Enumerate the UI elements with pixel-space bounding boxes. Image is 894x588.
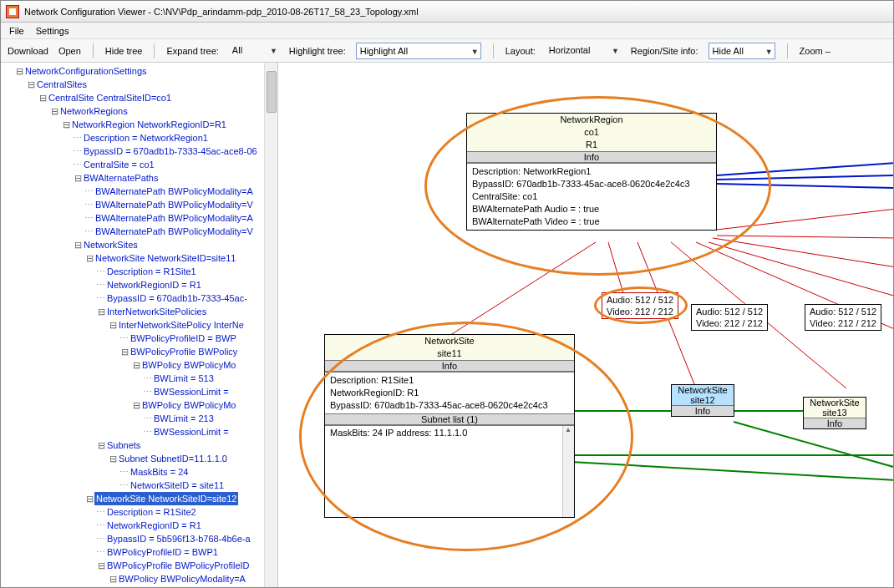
- box-title: NetworkSite: [672, 385, 734, 395]
- tree-node[interactable]: ⋯BWAlternatePath BWPolicyModality=A: [4, 185, 277, 198]
- tree-node-selected[interactable]: ⊟NetworkSite NetworkSiteID=site12: [4, 492, 277, 505]
- tree-node[interactable]: ⊟BWPolicyProfile BWPolicyProfileID: [4, 559, 277, 572]
- svg-line-16: [571, 462, 893, 480]
- tree-node[interactable]: ⋯MaskBits = 24: [4, 465, 277, 479]
- tree-node[interactable]: ⋯NetworkRegionID = R1: [4, 278, 277, 291]
- box-title: site11: [325, 347, 574, 360]
- tree-node[interactable]: ⊟NetworkSite NetworkSiteID=site11: [4, 251, 277, 265]
- separator: [154, 43, 155, 58]
- window-title: Network Configuration Viewer - C:\NV\Pdp…: [24, 7, 419, 17]
- svg-line-0: [717, 163, 893, 175]
- box-body: Description: NetworkRegion1 BypassID: 67…: [467, 163, 716, 230]
- link-label: Audio: 512 / 512 Video: 212 / 212: [805, 304, 881, 331]
- menu-file[interactable]: File: [9, 26, 24, 36]
- highlighttree-combo[interactable]: Highlight All: [356, 43, 481, 59]
- tree-node[interactable]: ⋯BWAlternatePath BWPolicyModality=V: [4, 225, 277, 238]
- box-body: Description: R1Site1 NetworkRegionID: R1…: [325, 372, 574, 413]
- svg-line-11: [717, 209, 893, 230]
- highlighttree-label: Highlight tree:: [289, 46, 346, 56]
- tree-node[interactable]: ⊟BWPolicy BWPolicyMo: [4, 398, 277, 412]
- tree-node[interactable]: ⋯Description = R1Site1: [4, 265, 277, 278]
- box-title: site13: [804, 408, 866, 418]
- tree-node[interactable]: ⊟BWPolicy BWPolicyMo: [4, 358, 277, 372]
- tree-scrollbar[interactable]: [264, 63, 277, 587]
- separator: [787, 43, 788, 58]
- tree-node[interactable]: ⊟InterNetworkSitePolicy InterNe: [4, 318, 277, 332]
- open-button[interactable]: Open: [58, 46, 81, 56]
- networksite13-box[interactable]: NetworkSite site13 Info: [803, 397, 866, 429]
- diagram-canvas[interactable]: NetworkRegion co1 R1 Info Description: N…: [278, 63, 893, 587]
- svg-line-3: [445, 242, 596, 338]
- tree-node[interactable]: ⋯Description = NetworkRegion1: [4, 131, 277, 144]
- tree-node[interactable]: ⋯BypassID = 5b596f13-b768-4b6e-a: [4, 532, 277, 545]
- layout-label: Layout:: [505, 46, 536, 56]
- link-label: Audio: 512 / 512 Video: 212 / 212: [691, 304, 768, 331]
- separator: [93, 43, 94, 58]
- box-title: NetworkSite: [325, 335, 574, 347]
- tree-node[interactable]: ⊟NetworkConfigurationSettings: [4, 64, 277, 78]
- subnet-entry: MaskBits: 24 IP address: 11.1.1.0: [330, 428, 569, 438]
- tree-node[interactable]: ⊟InterNetworkSitePolicies: [4, 305, 277, 318]
- tree-node[interactable]: ⋯NetworkSiteID = site11: [4, 479, 277, 492]
- regioninfo-combo[interactable]: Hide All: [709, 43, 775, 59]
- tree-node[interactable]: ⋯BWPolicyProfileID = BWP: [4, 332, 277, 345]
- tree-node[interactable]: ⊟BWAlternatePaths: [4, 171, 277, 185]
- tree-node[interactable]: ⊟CentralSite CentralSiteID=co1: [4, 91, 277, 104]
- zoom-label[interactable]: Zoom –: [800, 46, 831, 56]
- tree-node[interactable]: ⋯BypassID = 670adb1b-7333-45ac-ace8-06: [4, 144, 277, 158]
- link-video: Video: 212 / 212: [696, 317, 763, 329]
- networkregion-box[interactable]: NetworkRegion co1 R1 Info Description: N…: [466, 113, 717, 231]
- info-button[interactable]: Info: [325, 360, 574, 372]
- tree-node[interactable]: ⊟NetworkRegions: [4, 104, 277, 118]
- tree-node[interactable]: ⋯BypassID = 670adb1b-7333-45ac-: [4, 291, 277, 305]
- menu-settings[interactable]: Settings: [36, 26, 69, 36]
- download-button[interactable]: Download: [8, 46, 48, 56]
- expandtree-combo[interactable]: All: [229, 43, 279, 59]
- networksite12-box[interactable]: NetworkSite site12 Info: [671, 384, 734, 417]
- tree-node[interactable]: ⊟CentralSites: [4, 78, 277, 91]
- info-button[interactable]: Info: [467, 151, 716, 163]
- link-audio: Audio: 512 / 512: [607, 294, 673, 306]
- box-title: site12: [672, 395, 734, 405]
- tree-node[interactable]: ⋯CentralSite = co1: [4, 158, 277, 171]
- tree-node[interactable]: ⋯BWLimit = 213: [4, 412, 277, 425]
- tree-node[interactable]: ⋯BWLimit = 513: [4, 372, 277, 385]
- tree-node[interactable]: ⋯BWAlternatePath BWPolicyModality=A: [4, 211, 277, 225]
- svg-line-1: [717, 175, 893, 180]
- networksite11-box[interactable]: NetworkSite site11 Info Description: R1S…: [324, 334, 575, 518]
- regioninfo-label: Region/Site info:: [631, 46, 698, 56]
- info-line: BWAlternatePath Audio = : true: [472, 203, 711, 215]
- tree-node[interactable]: ⊟Subnet SubnetID=11.1.1.0: [4, 452, 277, 465]
- info-line: Description: R1Site1: [330, 374, 569, 387]
- tree-node[interactable]: ⋯NetworkRegionID = R1: [4, 519, 277, 532]
- subnet-header: Subnet list (1): [325, 413, 574, 425]
- tree-node[interactable]: ⊟Subnets: [4, 438, 277, 452]
- link-audio: Audio: 512 / 512: [696, 306, 763, 317]
- hidetree-button[interactable]: Hide tree: [105, 46, 143, 56]
- box-title: R1: [467, 139, 716, 151]
- tree-node[interactable]: ⊟BWPolicy BWPolicyModality=A: [4, 572, 277, 585]
- tree-node[interactable]: ⊟BWPolicyProfile BWPolicy: [4, 345, 277, 358]
- info-button[interactable]: Info: [672, 405, 734, 416]
- info-button[interactable]: Info: [804, 418, 866, 428]
- info-line: Description: NetworkRegion1: [472, 165, 711, 178]
- tree-node[interactable]: ⋯BWSessionLimit =: [4, 425, 277, 438]
- svg-line-10: [717, 236, 893, 238]
- tree-panel: ⊟NetworkConfigurationSettings ⊟CentralSi…: [1, 63, 278, 587]
- list-scrollbar[interactable]: [562, 426, 574, 517]
- info-line: BWAlternatePath Video = : true: [472, 215, 711, 228]
- tree-node[interactable]: ⊟NetworkSites: [4, 238, 277, 251]
- info-line: CentralSite: co1: [472, 190, 711, 203]
- tree-node[interactable]: ⋯BWPolicyProfileID = BWP1: [4, 545, 277, 559]
- layout-combo[interactable]: Horizontal: [546, 43, 621, 59]
- info-line: BypassID: 670adb1b-7333-45ac-ace8-0620c4…: [472, 178, 711, 190]
- tree-node[interactable]: ⋯Description = R1Site2: [4, 505, 277, 519]
- tree-node[interactable]: ⊟NetworkRegion NetworkRegionID=R1: [4, 118, 277, 131]
- tree-node[interactable]: ⋯BWAlternatePath BWPolicyModality=V: [4, 198, 277, 211]
- separator: [493, 43, 494, 58]
- tree-node[interactable]: ⋯BWLimit = 512: [4, 585, 277, 587]
- subnet-list: MaskBits: 24 IP address: 11.1.1.0: [325, 425, 574, 517]
- expandtree-label: Expand tree:: [166, 46, 218, 56]
- link-video: Video: 212 / 212: [607, 306, 673, 317]
- tree-node[interactable]: ⋯BWSessionLimit =: [4, 385, 277, 398]
